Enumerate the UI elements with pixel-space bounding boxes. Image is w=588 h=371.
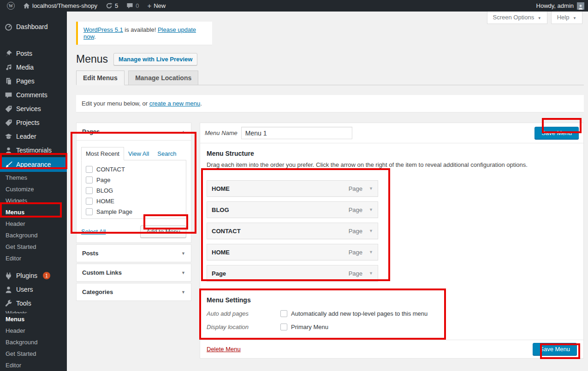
pages-panel-body: Most Recent View All Search CONTACT Page	[77, 140, 191, 242]
expand-arrow-icon: ▼	[181, 290, 185, 294]
wordpress-version-link[interactable]: WordPress 5.1	[83, 26, 123, 33]
new-content-menu[interactable]: + New	[144, 0, 169, 12]
menu-item-sources-column: Pages ▲ Most Recent View All Search CONT…	[76, 123, 191, 302]
howdy-account-link[interactable]: Howdy, admin	[536, 2, 574, 9]
screen-options-button[interactable]: Screen Options ▼	[487, 12, 547, 24]
checkbox[interactable]	[86, 187, 93, 194]
menu-item-row[interactable]: Page Page ▼	[207, 265, 378, 282]
submenu-item-editor[interactable]: Editor	[0, 253, 67, 264]
submenu-item-customize[interactable]: Customize	[0, 183, 67, 195]
submenu-item-header[interactable]: Header	[0, 325, 67, 336]
pages-panel-tabs: Most Recent View All Search	[81, 147, 186, 160]
sidebar-item-plugins[interactable]: Plugins 1	[0, 269, 67, 283]
submenu-item-background[interactable]: Background	[0, 230, 67, 241]
sidebar-item-leader[interactable]: Leader	[0, 130, 67, 143]
menu-item-row[interactable]: HOME Page ▼	[207, 180, 378, 197]
sidebar-item-appearance[interactable]: Appearance	[0, 157, 67, 172]
menu-structure-section: Menu Structure Drag each item into the o…	[200, 143, 583, 282]
save-menu-button-top[interactable]: Save Menu	[535, 127, 579, 139]
updates-link[interactable]: 5	[102, 0, 121, 12]
expand-arrow-icon[interactable]: ▼	[369, 271, 373, 276]
tab-manage-locations[interactable]: Manage Locations	[128, 71, 198, 85]
person-icon	[5, 147, 12, 154]
menu-editor-footer: Delete Menu Save Menu	[200, 340, 583, 358]
select-all-link[interactable]: Select All	[81, 228, 106, 235]
page-checklist: CONTACT Page BLOG HOME	[81, 160, 186, 219]
submenu-item-header[interactable]: Header	[0, 218, 67, 230]
add-to-menu-button[interactable]: Add to Menu	[140, 225, 186, 238]
expand-arrow-icon[interactable]: ▼	[369, 229, 373, 233]
manage-with-live-preview-button[interactable]: Manage with Live Preview	[113, 53, 197, 65]
checkbox[interactable]	[86, 208, 93, 215]
sidebar-item-posts[interactable]: Posts	[0, 47, 67, 60]
menu-item-row[interactable]: HOME Page ▼	[207, 244, 378, 260]
sidebar-item-users[interactable]: Users	[0, 283, 67, 296]
save-menu-button-bottom[interactable]: Save Menu	[533, 343, 577, 355]
chevron-down-icon: ▼	[573, 16, 576, 20]
sidebar-item-services[interactable]: Services	[0, 102, 67, 116]
expand-arrow-icon[interactable]: ▼	[369, 250, 373, 254]
pin-icon	[5, 50, 12, 58]
tab-view-all[interactable]: View All	[124, 147, 153, 160]
categories-panel-header[interactable]: Categories ▼	[77, 283, 191, 300]
sidebar-item-label: Posts	[16, 50, 32, 57]
create-new-menu-link[interactable]: create a new menu	[149, 100, 201, 107]
submenu-item-widgets-clipped[interactable]: Widgets	[0, 310, 67, 313]
help-button[interactable]: Help ▼	[551, 12, 582, 24]
update-icon	[106, 2, 113, 9]
tab-edit-menus[interactable]: Edit Menus	[76, 71, 125, 85]
menu-item-row[interactable]: BLOG Page ▼	[207, 201, 378, 218]
sidebar-item-label: Testimonials	[16, 147, 52, 154]
comments-link[interactable]: 0	[123, 0, 142, 12]
checkbox[interactable]	[86, 177, 93, 183]
page-label: Page	[96, 177, 110, 183]
submenu-item-menus[interactable]: Menus	[0, 313, 67, 325]
plus-icon: +	[147, 2, 151, 9]
page-label: BLOG	[96, 187, 113, 194]
sidebar-item-media[interactable]: Media	[0, 60, 67, 74]
pages-icon	[5, 77, 12, 85]
expand-arrow-icon[interactable]: ▼	[369, 207, 373, 212]
submenu-item-get-started[interactable]: Get Started	[0, 348, 67, 359]
new-label: New	[154, 2, 166, 9]
sidebar-item-tools[interactable]: Tools	[0, 296, 67, 310]
submenu-item-themes[interactable]: Themes	[0, 172, 67, 183]
primary-menu-checkbox[interactable]	[280, 324, 287, 330]
expand-arrow-icon[interactable]: ▼	[369, 186, 373, 191]
submenu-item-get-started[interactable]: Get Started	[0, 241, 67, 253]
submenu-item-widgets[interactable]: Widgets	[0, 195, 67, 206]
notice-period: .	[94, 33, 96, 40]
update-count: 5	[115, 2, 118, 9]
plugins-update-badge: 1	[43, 272, 50, 279]
brush-icon	[5, 161, 12, 169]
comment-icon	[126, 2, 133, 9]
site-name-link[interactable]: localhost/Themes-shopy	[20, 0, 101, 12]
delete-menu-link[interactable]: Delete Menu	[207, 346, 241, 353]
sidebar-item-dashboard[interactable]: Dashboard	[0, 20, 67, 34]
sidebar-item-pages[interactable]: Pages	[0, 74, 67, 88]
tab-most-recent[interactable]: Most Recent	[81, 147, 124, 160]
menu-name-input[interactable]	[241, 127, 352, 139]
submenu-item-background[interactable]: Background	[0, 336, 67, 348]
checkbox[interactable]	[86, 198, 93, 205]
page-label: CONTACT	[96, 166, 125, 173]
sidebar-item-projects[interactable]: Projects	[0, 116, 67, 130]
sidebar-item-label: Pages	[16, 77, 35, 85]
pages-panel-header[interactable]: Pages ▲	[77, 123, 191, 140]
posts-panel-header[interactable]: Posts ▼	[77, 245, 191, 262]
user-avatar[interactable]	[577, 2, 584, 10]
tab-search[interactable]: Search	[153, 147, 180, 160]
posts-panel: Posts ▼	[76, 244, 191, 262]
auto-add-pages-checkbox[interactable]	[280, 310, 287, 317]
submenu-item-menus[interactable]: Menus	[0, 206, 67, 218]
sidebar-item-label: Users	[16, 286, 33, 293]
submenu-item-editor[interactable]: Editor	[0, 359, 67, 371]
custom-links-panel-header[interactable]: Custom Links ▼	[77, 264, 191, 281]
sidebar-item-testimonials[interactable]: Testimonials	[0, 143, 67, 157]
menu-item-row[interactable]: CONTACT Page ▼	[207, 223, 378, 239]
sidebar-item-comments[interactable]: Comments	[0, 88, 67, 102]
menu-item-type: Page	[349, 270, 362, 277]
wordpress-logo-icon: W	[7, 2, 15, 10]
checkbox[interactable]	[86, 166, 93, 173]
wp-logo-menu[interactable]: W	[4, 0, 18, 12]
